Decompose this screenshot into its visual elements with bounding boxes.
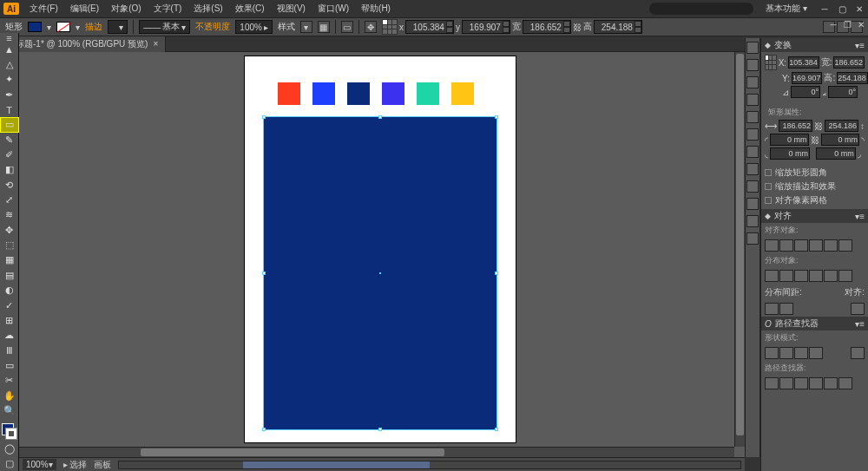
tool-graph[interactable]: Ⅲ (1, 343, 18, 357)
panel-icon-artboards[interactable] (746, 232, 759, 245)
panel-angle-input[interactable]: 0° (791, 86, 820, 98)
panel-h-input[interactable]: 254.188 (837, 72, 868, 84)
stroke-weight-dropdown[interactable]: ▾ (108, 20, 128, 34)
panel-x-input[interactable]: 105.384 (788, 56, 819, 69)
menu-window[interactable]: 窗口(W) (312, 1, 354, 16)
selected-rectangle[interactable] (264, 117, 496, 429)
corner-tr-input[interactable]: 0 mm (821, 134, 860, 146)
align-button[interactable]: ▦ (318, 21, 330, 33)
horizontal-scrollbar[interactable] (19, 447, 734, 457)
opt-scale-corners[interactable]: 缩放矩形圆角 (765, 166, 865, 180)
zoom-dropdown[interactable]: 100% ▾ (23, 459, 56, 470)
draw-mode[interactable]: ◯ (1, 442, 18, 455)
panel-icon-layers[interactable] (746, 198, 759, 210)
x-input[interactable]: 105.384 (405, 20, 454, 34)
rect-h-input[interactable]: 254.186 (825, 120, 858, 132)
stroke-link[interactable]: 描边 (85, 21, 102, 33)
reference-point[interactable] (382, 19, 398, 35)
fill-stroke-control[interactable] (1, 422, 18, 442)
panel-menu-icon[interactable]: ▾≡ (855, 319, 865, 329)
stroke-dropdown[interactable]: ▾ (76, 23, 80, 32)
tool-pencil[interactable]: ✐ (1, 147, 18, 161)
panel-icon-swatches[interactable] (746, 59, 759, 71)
tool-mesh[interactable]: ▤ (1, 268, 18, 282)
tool-eyedropper[interactable]: ✓ (1, 298, 18, 312)
rect-w-input[interactable]: 186.652 (779, 120, 812, 132)
tool-brush[interactable]: ✎ (1, 133, 18, 147)
status-sel[interactable]: ▸ 选择 (63, 459, 88, 471)
tool-blend[interactable]: ⊞ (1, 313, 18, 327)
panel-icon-stroke[interactable] (746, 111, 759, 123)
menu-view[interactable]: 视图(V) (272, 1, 311, 16)
panel-icon-appearance[interactable] (746, 163, 759, 175)
transform-panel-tab[interactable]: ◆ 变换▾≡ (761, 38, 868, 52)
w-input[interactable]: 186.652 (523, 20, 571, 34)
tool-type[interactable]: T (1, 102, 18, 116)
tool-rectangle[interactable]: ▭ (1, 118, 18, 132)
panel-icon-graphic-styles[interactable] (746, 180, 759, 193)
opt-scale-strokes[interactable]: 缩放描边和效果 (765, 180, 865, 193)
vertical-scrollbar[interactable] (734, 52, 745, 447)
tool-pen[interactable]: ✒ (1, 88, 18, 101)
tool-selection[interactable]: ▲ (1, 43, 18, 56)
panel-shear-input[interactable]: 0° (828, 86, 858, 98)
panel-menu-icon[interactable]: ▾≡ (855, 41, 865, 50)
h-input[interactable]: 254.188 (594, 20, 642, 34)
tool-rotate[interactable]: ⟲ (1, 178, 18, 192)
stroke-swatch[interactable] (56, 22, 70, 32)
tool-zoom[interactable]: 🔍 (1, 403, 18, 417)
profile-dropdown[interactable]: —— 基本 ▾ (139, 20, 190, 34)
pathfinder-panel-tab[interactable]: O 路径查找器▾≡ (761, 317, 868, 330)
shape-button[interactable]: ▭ (341, 21, 353, 33)
panel-icon-brushes[interactable] (746, 76, 759, 88)
tool-gradient[interactable]: ◐ (1, 284, 18, 298)
transform-button[interactable]: ✥ (365, 21, 377, 33)
style-dropdown[interactable]: ▾ (300, 21, 312, 33)
minimize-icon[interactable]: ─ (819, 3, 830, 14)
screen-mode[interactable]: ▢ (1, 457, 18, 471)
link-icon[interactable]: ⛓ (573, 23, 582, 32)
tool-magic-wand[interactable]: ✦ (1, 73, 18, 87)
panel-icon-gradient[interactable] (746, 128, 759, 141)
tool-symbol[interactable]: ☁ (1, 329, 18, 343)
opacity-dropdown[interactable]: 100% ▸ (235, 20, 273, 34)
artboard-nav[interactable] (118, 461, 741, 469)
menu-edit[interactable]: 编辑(E) (65, 1, 104, 16)
maximize-icon[interactable]: ▢ (837, 3, 847, 14)
panel-w-input[interactable]: 186.652 (833, 56, 865, 69)
tool-free-transform[interactable]: ✥ (1, 223, 18, 237)
menu-file[interactable]: 文件(F) (24, 1, 63, 16)
doc-minimize-icon[interactable]: ─ (828, 19, 838, 29)
search-input[interactable] (649, 3, 753, 15)
tool-hand[interactable]: ✋ (1, 389, 18, 402)
fill-dropdown[interactable]: ▾ (47, 23, 51, 32)
document-tab[interactable]: 未标题-1* @ 100% (RGB/GPU 预览) × (0, 36, 166, 52)
opacity-link[interactable]: 不透明度 (195, 21, 230, 33)
tool-eraser[interactable]: ◧ (1, 163, 18, 177)
reference-point-panel[interactable] (765, 55, 777, 70)
panel-icon-assets[interactable] (746, 215, 759, 227)
tool-shape-builder[interactable]: ⬚ (1, 238, 18, 252)
doc-restore-icon[interactable]: ❐ (842, 19, 852, 29)
tool-direct-select[interactable]: △ (1, 57, 18, 71)
fill-swatch[interactable] (28, 22, 42, 32)
panel-y-input[interactable]: 169.907 (792, 72, 823, 84)
panel-menu-icon[interactable]: ▾≡ (855, 212, 865, 221)
panel-icon-symbols[interactable] (746, 94, 759, 106)
tool-perspective[interactable]: ▦ (1, 253, 18, 267)
tool-slice[interactable]: ✂ (1, 374, 18, 388)
menu-object[interactable]: 对象(O) (106, 1, 146, 16)
corner-tl-input[interactable]: 0 mm (770, 134, 809, 146)
corner-br-input[interactable]: 0 mm (816, 147, 856, 160)
menu-effect[interactable]: 效果(C) (230, 1, 270, 16)
tool-toggle[interactable]: ≡ (1, 35, 18, 42)
opt-align-pixel[interactable]: 对齐像素网格 (765, 193, 865, 207)
tab-close-icon[interactable]: × (153, 39, 158, 49)
align-panel-tab[interactable]: ◆ 对齐▾≡ (761, 209, 868, 223)
panel-icon-color[interactable] (746, 42, 759, 54)
canvas-area[interactable] (19, 52, 745, 457)
tool-artboard[interactable]: ▭ (1, 358, 18, 372)
tool-width[interactable]: ≋ (1, 208, 18, 222)
panel-icon-transparency[interactable] (746, 146, 759, 158)
menu-type[interactable]: 文字(T) (148, 1, 187, 16)
